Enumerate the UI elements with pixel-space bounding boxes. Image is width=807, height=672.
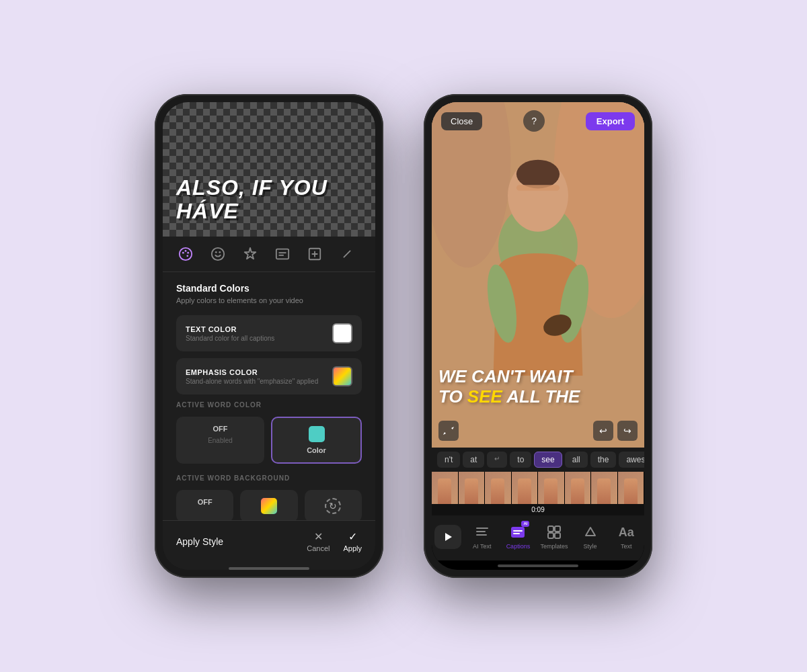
caption-before: TO [438,386,467,407]
active-bg-off-label: OFF [198,498,213,506]
emoji-icon-btn[interactable] [208,245,227,263]
timeline-marker: 0:09 [432,504,644,515]
ai-badge: AI [521,521,529,527]
emphasis-color-info: EMPHASIS COLOR Stand-alone words with "e… [186,368,318,385]
play-button[interactable] [434,525,461,549]
nav-item-style[interactable]: Style [572,521,609,552]
apply-icon: ✓ [348,530,357,543]
style-svg-icon [583,525,598,540]
svg-point-4 [186,255,188,257]
caption-overlay: WE CAN'T WAIT TO SEE ALL THE [438,367,638,407]
nav-item-captions[interactable]: AI Captions [500,521,537,552]
svg-rect-33 [555,533,560,538]
expand-icon [443,425,454,436]
style-icon [582,523,599,541]
active-bg-color-swatch [261,498,277,514]
text-color-desc: Standard color for all captions [186,335,274,342]
ai-text-nav-label: AI Text [473,543,491,550]
apply-button[interactable]: ✓ Apply [343,530,362,552]
undo-button[interactable]: ↩ [593,421,613,441]
right-phone: Close ? Export WE CAN'T WAIT TO SEE ALL … [424,94,652,578]
sparkles-icon-btn[interactable] [241,245,260,263]
nav-item-ai-text[interactable]: AI Text [464,521,500,552]
text-color-row[interactable]: TEXT COLOR Standard color for all captio… [176,315,362,351]
svg-rect-31 [555,526,560,532]
word-chip-the[interactable]: the [590,452,617,468]
redo-button[interactable]: ↪ [617,421,638,441]
thumbnail-strip [432,472,644,504]
templates-svg-icon [546,524,562,540]
expand-button[interactable] [438,421,459,441]
svg-rect-32 [548,533,553,538]
right-phone-inner: Close ? Export WE CAN'T WAIT TO SEE ALL … [432,102,644,570]
text-color-info: TEXT COLOR Standard color for all captio… [186,325,274,342]
word-chip-cant[interactable]: n't [437,452,460,468]
emphasis-color-row[interactable]: EMPHASIS COLOR Stand-alone words with "e… [176,358,362,394]
nav-item-text[interactable]: Aa Text [608,521,644,552]
play-icon [443,532,453,542]
palette-icon-btn[interactable] [176,245,195,263]
svg-rect-27 [511,527,525,538]
toolbar-icons [163,237,375,272]
thumb-8 [618,472,645,504]
captions-icon: AI [509,523,527,541]
color-settings-panel: Standard Colors Apply colors to elements… [163,272,375,520]
cancel-button[interactable]: ✕ Cancel [307,530,330,552]
standard-colors-title: Standard Colors [176,283,362,294]
svg-point-0 [180,248,192,260]
word-chip-to[interactable]: to [510,452,531,468]
apply-label: Apply [343,544,362,552]
bottom-actions: ✕ Cancel ✓ Apply [307,530,362,552]
style-nav-label: Style [584,543,597,550]
export-button[interactable]: Export [586,112,635,130]
thumb-3 [485,472,512,504]
active-bg-off-btn[interactable]: OFF [176,490,233,520]
active-word-bg-toggles: OFF ↻ [176,490,362,520]
svg-point-2 [185,250,187,252]
caption-icon-btn[interactable] [273,245,292,263]
word-chip-see[interactable]: see [534,452,562,468]
emphasis-color-label: EMPHASIS COLOR [186,368,318,376]
word-chip-newline[interactable]: ↵ [487,452,507,468]
home-indicator-left [229,567,309,570]
slash-icon-btn[interactable] [338,245,356,263]
thumb-7 [591,472,618,504]
word-chip-at[interactable]: at [463,452,484,468]
emphasis-color-swatch[interactable] [332,366,352,386]
close-button[interactable]: Close [441,112,482,130]
video-header: Close ? Export [432,102,644,140]
active-word-color-label: Color [307,446,326,454]
word-chip-all[interactable]: all [565,452,588,468]
left-phone-inner: ALSO, IF YOU HÁVE [163,102,375,570]
home-indicator-right [498,564,578,567]
active-word-off-btn[interactable]: OFF Enabled [176,417,264,464]
cancel-label: Cancel [307,544,330,552]
text-icon-btn[interactable] [305,245,324,263]
thumb-2 [459,472,486,504]
word-timeline: n't at ↵ to see all the awesome [432,448,644,472]
active-bg-style-btn[interactable]: ↻ [305,490,362,520]
active-word-color-swatch [309,426,325,442]
thumb-1 [432,472,459,504]
video-controls: ↩ ↪ [593,421,638,441]
svg-rect-25 [476,531,486,532]
video-overlay-text: ALSO, IF YOU HÁVE [176,176,362,223]
apply-style-label: Apply Style [176,536,223,547]
svg-line-12 [344,251,350,257]
text-color-label: TEXT COLOR [186,325,274,333]
active-bg-color-btn[interactable] [240,490,297,520]
help-button[interactable]: ? [523,110,545,132]
svg-marker-23 [445,533,452,541]
nav-item-templates[interactable]: Templates [536,521,572,552]
svg-point-5 [212,248,224,260]
cancel-icon: ✕ [314,530,323,543]
text-color-swatch[interactable] [332,323,352,343]
phones-container: ALSO, IF YOU HÁVE [155,94,652,578]
svg-point-18 [516,160,560,189]
svg-rect-19 [516,185,560,191]
active-word-color-btn[interactable]: Color [271,417,362,464]
active-word-color-title: ACTIVE WORD COLOR [176,401,362,409]
word-chip-awesome[interactable]: awesome [619,452,644,468]
video-preview-area: ALSO, IF YOU HÁVE [163,102,375,237]
svg-point-1 [182,252,184,254]
